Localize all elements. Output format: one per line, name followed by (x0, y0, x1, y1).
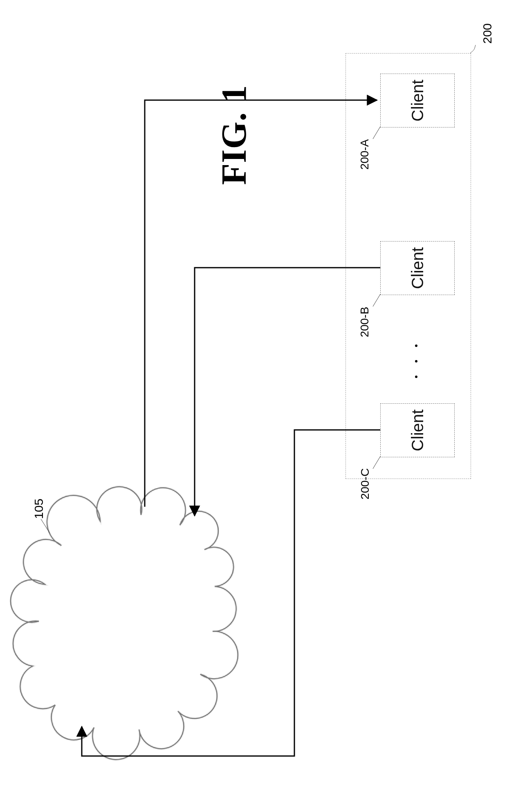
connector-client-b-to-cloud (195, 268, 380, 516)
connector-cloud-to-client-a (145, 100, 377, 507)
figure-canvas: FIG. 1 200 Client 200-A Client 200-B Cli… (0, 0, 507, 812)
cloud-ref-label: 105 (32, 499, 46, 519)
diagram-svg-layer (0, 0, 507, 812)
cloud-shape (11, 487, 238, 760)
